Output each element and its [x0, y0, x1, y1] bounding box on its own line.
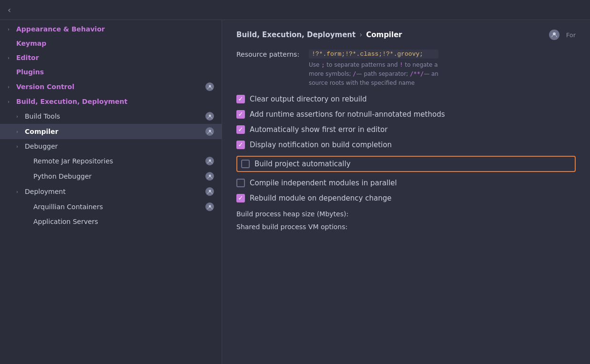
sidebar-item-label: Build Tools [25, 112, 205, 120]
sidebar-item-label: Plugins [16, 68, 214, 76]
sidebar-item-label: Version Control [16, 83, 205, 91]
resource-patterns-row: Resource patterns: !?*.form;!?*.class;!?… [236, 50, 576, 88]
sidebar-item-compiler[interactable]: ›Compiler [0, 124, 222, 139]
sidebar-item-deployment[interactable]: ›Deployment [0, 184, 222, 199]
checkbox-build-auto[interactable] [241, 160, 250, 168]
option-row-rebuild-module[interactable]: ✓Rebuild module on dependency change [236, 194, 576, 202]
for-label: For [566, 31, 576, 39]
breadcrumb-section: Build, Execution, Deployment [236, 30, 356, 39]
back-icon[interactable]: ‹ [8, 5, 11, 15]
chevron-icon: › [8, 84, 13, 90]
checkbox-rebuild-module[interactable]: ✓ [236, 194, 245, 202]
resource-patterns-label: Resource patterns: [236, 50, 303, 58]
checkbox-display-notif[interactable]: ✓ [236, 141, 245, 149]
sidebar-item-label: Remote Jar Repositories [33, 157, 205, 165]
user-icon [205, 157, 214, 165]
option-row-add-runtime[interactable]: ✓Add runtime assertions for notnull-anno… [236, 110, 576, 119]
sidebar-item-version-control[interactable]: ›Version Control [0, 79, 222, 94]
chevron-icon: › [8, 55, 13, 61]
option-row-clear-output[interactable]: ✓Clear output directory on rebuild [236, 95, 576, 103]
main-container: ›Appearance & BehaviorKeymap›EditorPlugi… [0, 20, 590, 364]
sidebar-item-label: Compiler [25, 128, 205, 135]
sidebar-item-label: Editor [16, 54, 214, 61]
checkbox-clear-output[interactable]: ✓ [236, 95, 245, 103]
svg-point-6 [209, 205, 211, 207]
sidebar-item-build-execution[interactable]: ›Build, Execution, Deployment [0, 94, 222, 109]
chevron-icon: › [8, 27, 13, 32]
content-panel: Build, Execution, Deployment › Compiler … [222, 20, 590, 364]
option-label-clear-output: Clear output directory on rebuild [250, 95, 367, 103]
user-icon [205, 82, 214, 91]
resource-patterns-area: !?*.form;!?*.class;!?*.groovy; Use ; to … [309, 50, 438, 88]
chevron-icon: › [16, 114, 22, 119]
sidebar-item-label: Keymap [16, 40, 214, 47]
sidebar: ›Appearance & BehaviorKeymap›EditorPlugi… [0, 20, 222, 364]
svg-point-1 [209, 114, 211, 117]
sidebar-item-plugins[interactable]: Plugins [0, 65, 222, 79]
svg-point-5 [209, 190, 211, 192]
sidebar-item-label: Build, Execution, Deployment [16, 98, 214, 105]
sidebar-item-appearance[interactable]: ›Appearance & Behavior [0, 22, 222, 36]
user-icon [205, 187, 214, 196]
chevron-icon: › [16, 144, 22, 149]
option-row-build-auto[interactable]: Build project automatically [236, 156, 576, 172]
sidebar-item-remote-jar[interactable]: Remote Jar Repositories [0, 153, 222, 169]
sidebar-item-editor[interactable]: ›Editor [0, 51, 222, 65]
sidebar-item-label: Application Servers [33, 218, 214, 225]
checkbox-add-runtime[interactable]: ✓ [236, 110, 245, 119]
sidebar-item-debugger[interactable]: ›Debugger [0, 139, 222, 153]
svg-point-2 [209, 130, 211, 132]
svg-point-3 [209, 159, 211, 162]
option-label-build-auto: Build project automatically [254, 160, 351, 168]
option-label-compile-parallel: Compile independent modules in parallel [250, 179, 397, 187]
chevron-icon: › [16, 189, 22, 194]
sidebar-item-label: Debugger [25, 142, 214, 150]
options-container: ✓Clear output directory on rebuild✓Add r… [236, 95, 576, 202]
sidebar-item-python-debugger[interactable]: Python Debugger [0, 169, 222, 184]
sidebar-item-app-servers[interactable]: Application Servers [0, 214, 222, 229]
option-label-auto-show-error: Automatically show first error in editor [250, 125, 387, 134]
chevron-icon: › [16, 129, 22, 134]
user-icon [205, 127, 214, 136]
sidebar-item-arquillian[interactable]: Arquillian Containers [0, 199, 222, 214]
breadcrumb-separator: › [359, 30, 362, 39]
resource-patterns-value: !?*.form;!?*.class;!?*.groovy; [309, 50, 438, 59]
svg-point-0 [209, 85, 211, 87]
sidebar-item-build-tools[interactable]: ›Build Tools [0, 109, 222, 124]
checkbox-auto-show-error[interactable]: ✓ [236, 125, 245, 134]
sidebar-item-label: Appearance & Behavior [16, 25, 214, 33]
shared-vm-label: Shared build process VM options: [236, 223, 347, 231]
user-icon-right [549, 30, 559, 40]
heap-size-row: Build process heap size (Mbytes): [236, 209, 576, 218]
breadcrumb: Build, Execution, Deployment › Compiler … [236, 30, 576, 40]
svg-point-4 [209, 174, 211, 177]
sidebar-item-label: Arquillian Containers [33, 203, 205, 211]
sidebar-item-label: Python Debugger [33, 172, 205, 180]
sidebar-item-keymap[interactable]: Keymap [0, 36, 222, 51]
top-bar: ‹ [0, 0, 590, 20]
option-label-rebuild-module: Rebuild module on dependency change [250, 194, 391, 202]
sidebar-item-label: Deployment [25, 188, 205, 195]
resource-hint: Use ; to separate patterns and ! to nega… [309, 61, 438, 88]
checkbox-compile-parallel[interactable] [236, 179, 245, 187]
option-label-add-runtime: Add runtime assertions for notnull-annot… [250, 110, 445, 119]
shared-vm-row: Shared build process VM options: [236, 222, 576, 231]
user-icon [205, 112, 214, 121]
option-label-display-notif: Display notification on build completion [250, 141, 392, 149]
chevron-icon: › [8, 99, 13, 104]
user-icon [205, 172, 214, 181]
option-row-compile-parallel[interactable]: Compile independent modules in parallel [236, 179, 576, 187]
option-row-display-notif[interactable]: ✓Display notification on build completio… [236, 141, 576, 149]
user-icon [205, 202, 214, 211]
breadcrumb-current: Compiler [366, 30, 402, 39]
heap-size-label: Build process heap size (Mbytes): [236, 210, 348, 218]
option-row-auto-show-error[interactable]: ✓Automatically show first error in edito… [236, 125, 576, 134]
